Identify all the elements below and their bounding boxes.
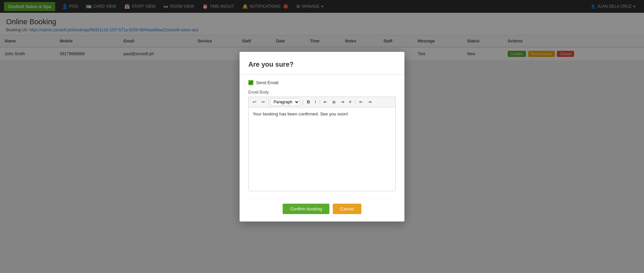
modal-overlay: Are you sure? Send Email Email Body ↩ ↪ … [0, 0, 644, 61]
confirm-modal: Are you sure? Send Email Email Body ↩ ↪ … [240, 52, 404, 61]
modal-title: Are you sure? [248, 61, 396, 61]
